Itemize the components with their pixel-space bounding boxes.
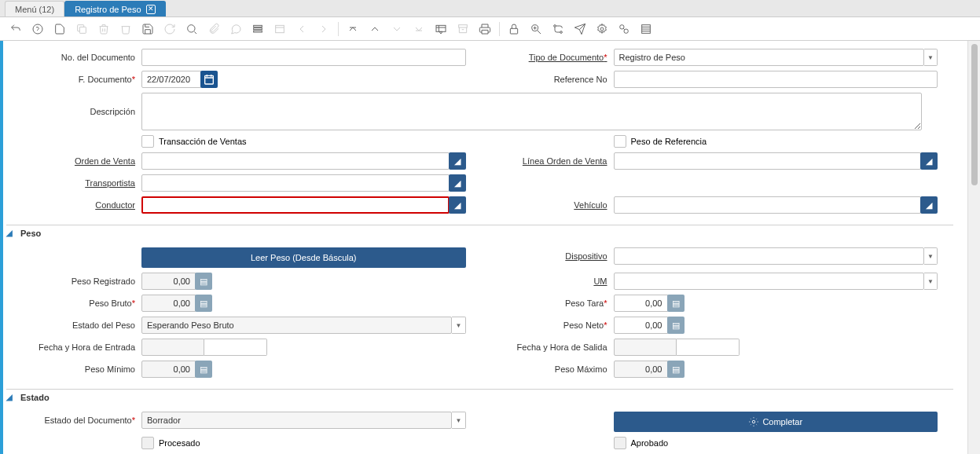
up-icon[interactable] [365,20,384,38]
calc-icon[interactable]: ▤ [667,361,685,378]
lock-icon[interactable] [505,20,523,38]
svg-rect-1 [79,27,86,33]
complete-button[interactable]: Completar [614,412,938,432]
doc-status-input [141,412,452,429]
net-input[interactable] [614,317,668,334]
tabbar: Menú (12) Registro de Peso✕ [0,0,980,17]
calc-icon[interactable]: ▤ [195,273,212,290]
desc-input[interactable] [141,93,922,130]
svg-rect-3 [254,25,262,27]
section-estado-header[interactable]: ◢Estado [6,389,953,405]
archive-icon [453,20,472,38]
sales-trx-checkbox[interactable] [141,135,154,148]
read-weight-button[interactable]: Leer Peso (Desde Báscula) [141,247,466,268]
doc-date-input[interactable] [141,71,201,88]
last-icon [409,20,428,38]
request-icon[interactable] [571,20,589,38]
search-icon[interactable] [182,20,201,38]
copy-icon [72,20,91,38]
sales-order-input[interactable] [141,152,450,170]
min-input [141,361,196,378]
report-icon[interactable] [431,20,450,38]
tare-input[interactable] [614,295,668,312]
scrollbar[interactable] [967,41,980,454]
sales-order-label: Orden de Venta [9,156,141,166]
lookup-icon[interactable]: ◢ [449,152,466,170]
weight-status-label: Estado del Peso [9,320,141,330]
new-icon[interactable] [50,20,69,38]
chevron-down-icon[interactable]: ▼ [924,273,938,290]
out-date-input [614,339,677,356]
vehicle-input[interactable] [614,196,922,214]
carrier-input[interactable] [141,174,450,192]
driver-input[interactable] [141,196,450,214]
grid-icon[interactable] [248,20,267,38]
uom-input[interactable] [614,273,924,290]
device-label: Dispositivo [482,251,614,261]
chevron-down-icon[interactable]: ▼ [924,247,938,265]
collapse-icon: ◢ [6,393,16,402]
svg-point-18 [753,420,756,423]
gross-input [141,295,196,312]
scrollbar-thumb[interactable] [971,44,978,185]
in-date-input [141,339,204,356]
calc-icon[interactable]: ▤ [195,295,212,312]
save-icon[interactable] [138,20,157,38]
section-peso-header[interactable]: ◢Peso [6,225,953,241]
chevron-down-icon[interactable]: ▼ [924,49,938,66]
doc-type-input[interactable] [614,49,924,66]
section-peso-title: Peso [20,229,41,238]
doc-no-input[interactable] [141,49,466,66]
print-icon[interactable] [475,20,494,38]
sales-order-line-input[interactable] [614,152,922,170]
approved-label: Aprobado [631,438,669,448]
in-time-input[interactable] [204,339,267,356]
calc-icon[interactable]: ▤ [667,295,685,312]
vehicle-label: Vehículo [482,200,614,210]
out-time-input[interactable] [677,339,740,356]
carrier-label: Transportista [9,178,141,188]
calc-icon[interactable]: ▤ [195,361,212,378]
attach-icon [204,20,223,38]
first-icon[interactable] [343,20,362,38]
chevron-down-icon[interactable]: ▼ [452,317,465,334]
zoom-icon[interactable] [527,20,545,38]
ref-no-input[interactable] [614,71,938,88]
sales-order-line-label: Línea Orden de Venta [482,156,614,166]
doc-date-label: F. Documento* [9,75,141,84]
close-icon[interactable]: ✕ [146,5,156,14]
form-area: No. del Documento Tipo de Documento* ▼ F… [3,41,967,454]
export-icon[interactable] [637,20,655,38]
approved-checkbox [614,437,626,449]
lookup-icon[interactable]: ◢ [449,196,466,214]
calendar-icon[interactable] [200,71,218,88]
lookup-icon[interactable]: ◢ [449,174,466,192]
ref-no-label: Reference No [482,75,614,84]
tab-registro-peso[interactable]: Registro de Peso✕ [64,1,165,16]
svg-rect-17 [205,75,214,84]
doc-no-label: No. del Documento [9,53,141,62]
tab-menu[interactable]: Menú (12) [5,1,64,16]
process-icon[interactable] [615,20,633,38]
undo-icon[interactable] [6,20,25,38]
lookup-icon[interactable]: ◢ [920,152,938,170]
svg-rect-4 [254,27,262,29]
help-icon[interactable] [28,20,47,38]
refresh-icon [160,20,179,38]
workflow-icon[interactable] [549,20,567,38]
ref-weight-checkbox[interactable] [614,135,626,148]
max-label: Peso Máximo [482,364,614,374]
parent-icon [270,20,289,38]
chevron-down-icon[interactable]: ▼ [452,412,465,429]
next-icon [314,20,333,38]
svg-rect-5 [254,31,262,32]
gross-label: Peso Bruto* [9,298,141,308]
device-input[interactable] [614,247,924,265]
doc-status-label: Estado del Documento* [9,416,141,425]
uom-label: UM [482,276,614,286]
lookup-icon[interactable]: ◢ [920,196,938,214]
calc-icon[interactable]: ▤ [667,317,685,334]
driver-label: Conductor [9,200,141,210]
gear-icon[interactable] [593,20,611,38]
tab-active-label: Registro de Peso [75,5,141,14]
